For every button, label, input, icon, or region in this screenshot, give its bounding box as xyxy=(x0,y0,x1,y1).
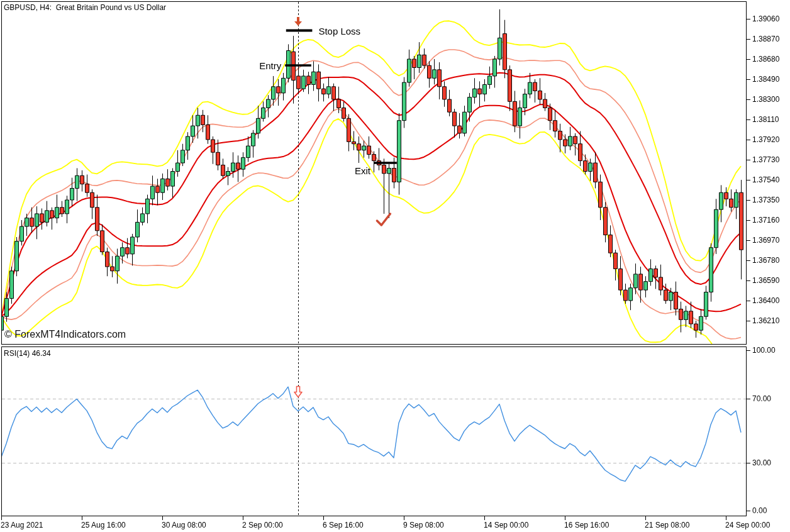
rsi-axis-label: 70.00 xyxy=(752,394,771,403)
time-axis-label: 25 Aug 16:00 xyxy=(81,521,126,529)
price-axis-label: 1.36210 xyxy=(752,316,779,325)
price-axis-label: 1.38680 xyxy=(752,55,779,64)
price-axis-label: 1.37540 xyxy=(752,175,779,184)
rsi-axis-label: 0.00 xyxy=(752,506,767,515)
time-axis-label: 21 Sep 08:00 xyxy=(645,521,689,529)
price-axis-label: 1.36970 xyxy=(752,236,779,245)
price-axis-label: 1.38870 xyxy=(752,35,779,43)
price-axis-label: 1.37730 xyxy=(752,155,779,164)
time-axis-label: 30 Aug 08:00 xyxy=(162,521,206,529)
price-axis-label: 1.36590 xyxy=(752,276,779,285)
rsi-axis-label: 100.00 xyxy=(752,346,776,355)
price-axis-label: 1.38490 xyxy=(752,75,779,84)
price-axis-label: 1.39060 xyxy=(752,14,779,23)
price-axis-label: 1.37920 xyxy=(752,135,779,144)
time-axis-label: 6 Sep 16:00 xyxy=(323,521,364,529)
price-axis-label: 1.36780 xyxy=(752,256,779,265)
price-axis-label: 1.36400 xyxy=(752,296,779,305)
price-axis-label: 1.37160 xyxy=(752,216,779,224)
chart-canvas[interactable] xyxy=(0,0,790,532)
time-axis-label: 24 Sep 00:00 xyxy=(725,521,770,529)
time-axis-label: 16 Sep 16:00 xyxy=(564,521,609,529)
price-axis-label: 1.37350 xyxy=(752,196,779,204)
time-axis-label: 9 Sep 08:00 xyxy=(403,521,444,529)
time-axis-label: 23 Aug 2021 xyxy=(1,521,43,529)
price-axis-label: 1.38110 xyxy=(752,115,779,124)
price-axis-label: 1.38300 xyxy=(752,95,779,104)
rsi-axis-label: 30.00 xyxy=(752,458,771,467)
time-axis-label: 14 Sep 00:00 xyxy=(484,521,528,529)
chart-window: GBPUSD, H4: Great Britain Pound vs US Do… xyxy=(0,0,790,532)
time-axis-label: 2 Sep 00:00 xyxy=(242,521,283,529)
